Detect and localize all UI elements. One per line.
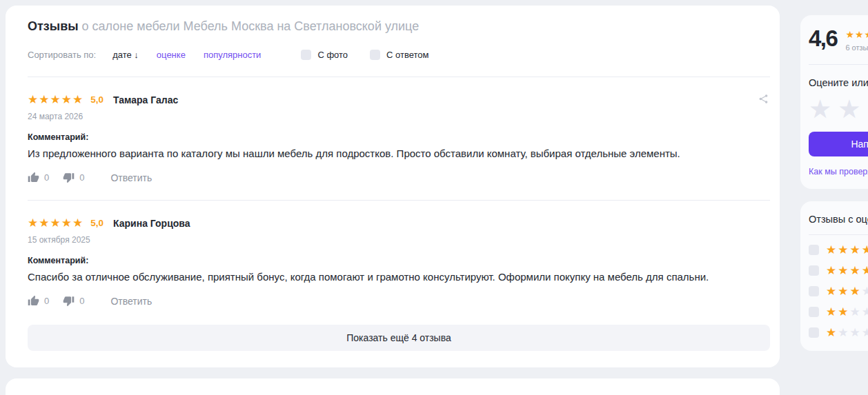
filter-with-photo[interactable]: С фото [301, 50, 348, 60]
with-photo-label: С фото [317, 50, 348, 60]
review-text: Из предложенного варианта по каталогу мы… [28, 147, 770, 161]
reviews-count: 6 отзывов [845, 43, 868, 52]
score-meta: ★★★★★ 6 отзывов [845, 28, 868, 52]
thumb-down-icon[interactable] [63, 295, 75, 307]
review-actions: 0 0 Ответить [28, 172, 770, 183]
rating-input[interactable]: ★★★★★ [809, 97, 868, 122]
review-date: 24 марта 2026 [28, 112, 770, 121]
thumb-up-icon[interactable] [28, 172, 39, 183]
review-score: 5,0 [90, 94, 103, 105]
reply-link[interactable]: Ответить [110, 296, 152, 307]
rating-summary-card: 4,6 ★★★★★ 6 отзывов Оцените или напишите… [800, 15, 868, 189]
reviews-title-rest: о салоне мебели Мебель Москва на Светлан… [79, 19, 420, 33]
likes-count: 0 [44, 296, 49, 306]
review-stars: ★★★★★ [28, 94, 83, 105]
dislikes-count: 0 [79, 296, 84, 306]
filter-row-2-stars[interactable]: ★★★★★ [809, 306, 868, 318]
thumb-up-icon[interactable] [28, 295, 39, 307]
filter-4-stars-checkbox[interactable] [809, 265, 819, 276]
review-header: ★★★★★ 5,0 Тамара Галас [28, 94, 770, 105]
review-item: ★★★★★ 5,0 Тамара Галас 24 март [28, 94, 770, 183]
comment-label: Комментарий: [28, 256, 770, 265]
reviews-card: Отзывы о салоне мебели Мебель Москва на … [6, 6, 780, 367]
rating-filter-card: Отзывы с оценками ★★★★★ ★★★★★ ★★★★★ ★★★★… [800, 201, 868, 351]
score-row: 4,6 ★★★★★ 6 отзывов [809, 28, 868, 52]
reply-link[interactable]: Ответить [110, 172, 152, 183]
review-score: 5,0 [90, 218, 103, 228]
filter-1-star-checkbox[interactable] [809, 327, 819, 338]
review-author-name: Карина Горцова [113, 218, 190, 229]
filter-1-star: ★★★★★ [826, 327, 868, 338]
divider [809, 64, 868, 65]
main-column: Отзывы о салоне мебели Мебель Москва на … [6, 6, 780, 395]
filter-5-stars-checkbox[interactable] [809, 245, 819, 255]
review-text: Спасибо за отличное обслуживание, приятн… [28, 270, 770, 284]
review-stars: ★★★★★ [28, 217, 83, 229]
dislikes-count: 0 [79, 172, 84, 183]
sidebar: 4,6 ★★★★★ 6 отзывов Оцените или напишите… [800, 15, 868, 351]
with-photo-checkbox[interactable] [301, 50, 311, 60]
average-rating-value: 4,6 [809, 28, 837, 50]
filter-4-stars: ★★★★★ [826, 265, 868, 276]
divider [28, 77, 770, 77]
filter-3-stars: ★★★★★ [826, 285, 868, 297]
review-item: ★★★★★ 5,0 Карина Горцова 15 октября 2025… [28, 217, 770, 307]
sort-option-popularity[interactable]: популярности [204, 50, 262, 60]
filter-row-1-star[interactable]: ★★★★★ [809, 327, 868, 338]
write-review-button[interactable]: Написать отзыв [809, 132, 868, 156]
rate-prompt: Оцените или напишите отзыв [809, 77, 868, 88]
divider [28, 200, 770, 201]
filter-with-answer[interactable]: С ответом [370, 50, 428, 60]
average-rating-stars: ★★★★★ [845, 29, 868, 40]
share-icon[interactable] [758, 94, 769, 106]
rating-input-stars[interactable]: ★★★★★ [809, 97, 868, 122]
sort-row: Сортировать по: дате ↓ оценке популярнос… [28, 50, 770, 60]
filter-2-stars-checkbox[interactable] [809, 307, 819, 317]
filter-row-3-stars[interactable]: ★★★★★ [809, 285, 868, 297]
review-date: 15 октября 2025 [28, 235, 770, 245]
with-answer-label: С ответом [386, 50, 428, 60]
likes-count: 0 [44, 172, 49, 183]
reviews-title-bold: Отзывы [28, 19, 79, 33]
thumb-down-icon[interactable] [63, 172, 75, 183]
how-we-verify-link[interactable]: Как мы проверяем отзывы [809, 167, 868, 176]
filter-3-stars-checkbox[interactable] [809, 286, 819, 296]
sort-option-date[interactable]: дате ↓ [112, 50, 139, 60]
filter-card-title: Отзывы с оценками [809, 214, 868, 225]
with-answer-checkbox[interactable] [370, 50, 380, 60]
review-author-name: Тамара Галас [113, 94, 178, 105]
filter-row-4-stars[interactable]: ★★★★★ [809, 265, 868, 276]
sort-option-rating[interactable]: оценке [157, 50, 186, 60]
filter-5-stars: ★★★★★ [826, 244, 868, 256]
show-more-reviews-button[interactable]: Показать ещё 4 отзыва [28, 325, 770, 351]
review-header: ★★★★★ 5,0 Карина Горцова [28, 217, 770, 229]
specialists-card: Специалисты салона мебели Мебель Москва … [6, 378, 780, 395]
reviews-section-title: Отзывы о салоне мебели Мебель Москва на … [28, 18, 770, 34]
filter-2-stars: ★★★★★ [826, 306, 868, 318]
review-actions: 0 0 Ответить [28, 295, 770, 307]
sort-label: Сортировать по: [28, 50, 96, 60]
comment-label: Комментарий: [28, 132, 770, 142]
divider [809, 234, 868, 235]
filter-row-5-stars[interactable]: ★★★★★ [809, 244, 868, 256]
